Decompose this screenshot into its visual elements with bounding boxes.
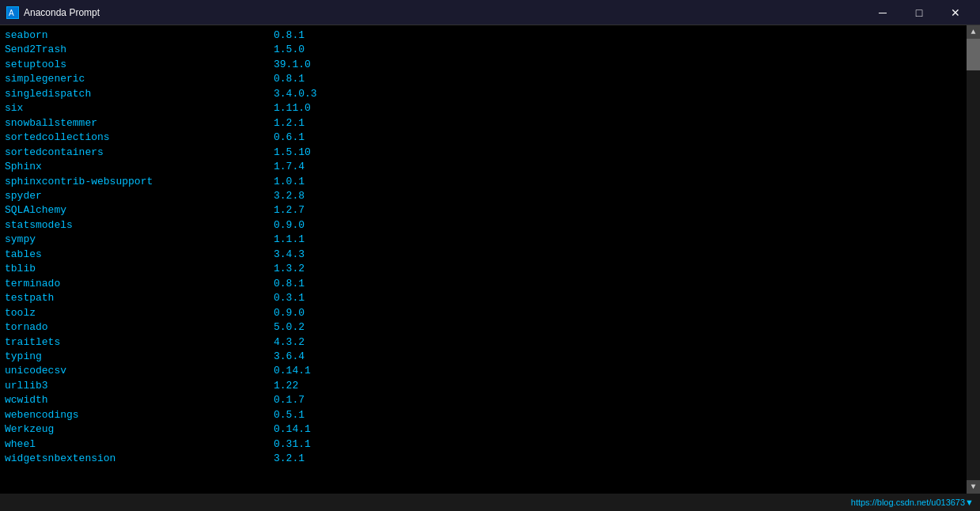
list-item: tables3.4.3 bbox=[5, 248, 962, 262]
package-version: 1.2.1 bbox=[274, 116, 305, 131]
list-item: terminado0.8.1 bbox=[5, 277, 962, 291]
package-version: 39.1.0 bbox=[274, 58, 311, 72]
package-name: wcwidth bbox=[5, 393, 274, 407]
list-item: sortedcontainers1.5.10 bbox=[5, 146, 962, 160]
list-item: webencodings0.5.1 bbox=[5, 408, 962, 422]
package-name: Send2Trash bbox=[5, 43, 274, 57]
package-version: 0.5.1 bbox=[274, 408, 305, 422]
maximize-button[interactable]: □ bbox=[901, 0, 937, 25]
package-version: 1.5.0 bbox=[274, 43, 305, 57]
list-item: unicodecsv0.14.1 bbox=[5, 364, 962, 378]
package-name: six bbox=[5, 101, 274, 115]
content-area: seaborn0.8.1Send2Trash1.5.0setuptools39.… bbox=[0, 25, 980, 494]
window-controls: ─ □ ✕ bbox=[865, 0, 974, 25]
title-bar-left: A Anaconda Prompt bbox=[6, 6, 100, 19]
scroll-down-arrow[interactable]: ▼ bbox=[967, 480, 980, 494]
package-name: tblib bbox=[5, 262, 274, 276]
package-name: urllib3 bbox=[5, 379, 274, 393]
list-item: Sphinx1.7.4 bbox=[5, 160, 962, 174]
close-button[interactable]: ✕ bbox=[937, 0, 974, 25]
package-name: singledispatch bbox=[5, 87, 274, 101]
package-name: testpath bbox=[5, 291, 274, 305]
package-version: 0.31.1 bbox=[274, 437, 311, 452]
list-item: snowballstemmer1.2.1 bbox=[5, 116, 962, 131]
package-name: tables bbox=[5, 248, 274, 262]
package-version: 0.1.7 bbox=[274, 393, 305, 407]
list-item: setuptools39.1.0 bbox=[5, 58, 962, 72]
package-name: snowballstemmer bbox=[5, 116, 274, 131]
status-bar: https://blog.csdn.net/u013673▼ bbox=[0, 494, 980, 511]
package-name: sphinxcontrib-websupport bbox=[5, 175, 274, 189]
package-version: 1.22 bbox=[274, 379, 298, 393]
package-version: 0.9.0 bbox=[274, 306, 305, 320]
package-name: sympy bbox=[5, 233, 274, 247]
package-version: 0.8.1 bbox=[274, 277, 305, 291]
list-item: Send2Trash1.5.0 bbox=[5, 43, 962, 57]
list-item: singledispatch3.4.0.3 bbox=[5, 87, 962, 101]
package-version: 1.3.2 bbox=[274, 262, 305, 276]
list-item: wcwidth0.1.7 bbox=[5, 393, 962, 407]
package-name: toolz bbox=[5, 306, 274, 320]
package-name: setuptools bbox=[5, 58, 274, 72]
scrollbar[interactable]: ▲ ▼ bbox=[967, 25, 980, 494]
package-version: 5.0.2 bbox=[274, 320, 305, 335]
package-name: tornado bbox=[5, 320, 274, 335]
package-name: statsmodels bbox=[5, 218, 274, 233]
package-version: 1.0.1 bbox=[274, 175, 305, 189]
package-version: 0.14.1 bbox=[274, 422, 311, 437]
list-item: tblib1.3.2 bbox=[5, 262, 962, 276]
package-name: seaborn bbox=[5, 28, 274, 43]
package-version: 1.5.10 bbox=[274, 146, 311, 160]
package-name: simplegeneric bbox=[5, 72, 274, 86]
package-version: 1.1.1 bbox=[274, 233, 305, 247]
list-item: traitlets4.3.2 bbox=[5, 335, 962, 350]
package-version: 3.6.4 bbox=[274, 350, 305, 364]
package-version: 0.9.0 bbox=[274, 218, 305, 233]
terminal-output: seaborn0.8.1Send2Trash1.5.0setuptools39.… bbox=[0, 25, 967, 494]
package-version: 3.4.3 bbox=[274, 248, 305, 262]
list-item: widgetsnbextension3.2.1 bbox=[5, 452, 962, 466]
list-item: tornado5.0.2 bbox=[5, 320, 962, 335]
package-name: Sphinx bbox=[5, 160, 274, 174]
list-item: statsmodels0.9.0 bbox=[5, 218, 962, 233]
list-item: testpath0.3.1 bbox=[5, 291, 962, 305]
scrollbar-thumb[interactable] bbox=[967, 39, 980, 70]
list-item: SQLAlchemy1.2.7 bbox=[5, 203, 962, 218]
package-version: 1.7.4 bbox=[274, 160, 305, 174]
package-version: 0.3.1 bbox=[274, 291, 305, 305]
app-icon: A bbox=[6, 6, 19, 19]
package-version: 1.2.7 bbox=[274, 203, 305, 218]
package-name: terminado bbox=[5, 277, 274, 291]
list-item: sortedcollections0.6.1 bbox=[5, 131, 962, 145]
svg-text:A: A bbox=[9, 9, 14, 17]
package-version: 0.14.1 bbox=[274, 364, 311, 378]
scrollbar-track[interactable] bbox=[967, 39, 980, 480]
package-name: wheel bbox=[5, 437, 274, 452]
list-item: typing3.6.4 bbox=[5, 350, 962, 364]
list-item: wheel0.31.1 bbox=[5, 437, 962, 452]
list-item: six1.11.0 bbox=[5, 101, 962, 115]
package-version: 3.4.0.3 bbox=[274, 87, 317, 101]
package-version: 3.2.1 bbox=[274, 452, 305, 466]
list-item: Werkzeug0.14.1 bbox=[5, 422, 962, 437]
package-version: 0.8.1 bbox=[274, 28, 305, 43]
package-version: 3.2.8 bbox=[274, 189, 305, 203]
package-name: SQLAlchemy bbox=[5, 203, 274, 218]
package-name: unicodecsv bbox=[5, 364, 274, 378]
package-name: typing bbox=[5, 350, 274, 364]
list-item: sympy1.1.1 bbox=[5, 233, 962, 247]
package-name: sortedcontainers bbox=[5, 146, 274, 160]
package-name: Werkzeug bbox=[5, 422, 274, 437]
status-text: https://blog.csdn.net/u013673▼ bbox=[851, 498, 974, 507]
package-version: 0.6.1 bbox=[274, 131, 305, 145]
list-item: seaborn0.8.1 bbox=[5, 28, 962, 43]
package-name: traitlets bbox=[5, 335, 274, 350]
title-bar: A Anaconda Prompt ─ □ ✕ bbox=[0, 0, 980, 25]
package-version: 4.3.2 bbox=[274, 335, 305, 350]
window-title: Anaconda Prompt bbox=[24, 7, 100, 18]
package-name: sortedcollections bbox=[5, 131, 274, 145]
list-item: spyder3.2.8 bbox=[5, 189, 962, 203]
scroll-up-arrow[interactable]: ▲ bbox=[967, 25, 980, 39]
minimize-button[interactable]: ─ bbox=[865, 0, 901, 25]
list-item: toolz0.9.0 bbox=[5, 306, 962, 320]
